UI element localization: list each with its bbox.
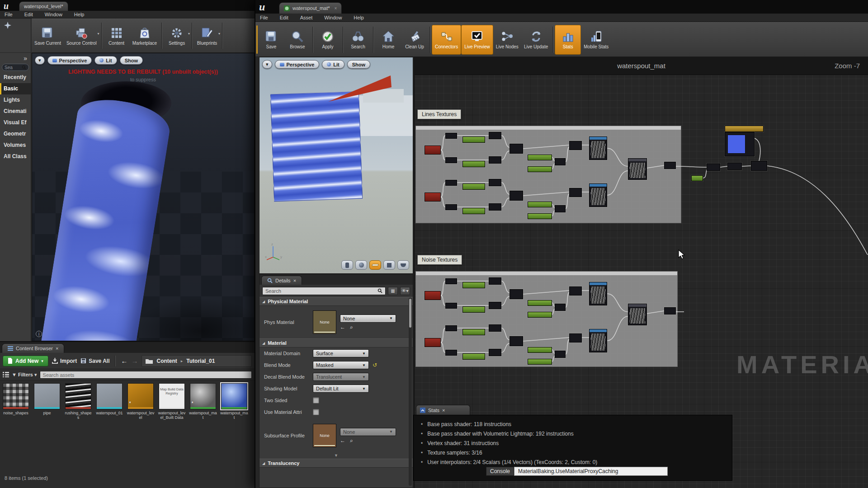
search-assets-input[interactable]: Search assets <box>40 371 252 379</box>
graph-node[interactable] <box>489 277 501 285</box>
viewport-options-dropdown[interactable]: ▾ <box>262 60 272 69</box>
menu-file[interactable]: File <box>5 12 13 17</box>
browse-asset-icon[interactable]: ⌕ <box>350 324 353 330</box>
graph-node[interactable] <box>528 213 552 219</box>
asset-rushing-shapes[interactable]: rushing_shapes <box>64 383 92 420</box>
graph-node[interactable] <box>589 282 607 305</box>
graph-node[interactable] <box>445 350 457 356</box>
graph-node[interactable] <box>462 329 485 335</box>
graph-node[interactable] <box>589 183 607 207</box>
info-icon[interactable]: i <box>36 331 42 337</box>
asset-thumbnail[interactable]: * <box>127 383 154 409</box>
graph-node[interactable] <box>509 289 523 299</box>
graph-node[interactable] <box>489 302 501 309</box>
lit-button[interactable]: Lit <box>94 56 117 65</box>
details-tab[interactable]: Details × <box>261 276 302 285</box>
blueprints-button[interactable]: Blueprints▾ <box>194 21 220 51</box>
comment-lines-textures[interactable]: Lines Textures <box>417 109 461 119</box>
graph-node[interactable] <box>589 136 607 160</box>
graph-node[interactable] <box>462 183 485 190</box>
use-selected-icon[interactable]: ← <box>340 437 345 444</box>
perspective-button[interactable]: Perspective <box>275 60 320 69</box>
subsurface-profile-thumbnail[interactable]: None <box>313 424 336 447</box>
use-material-attri-checkbox[interactable] <box>313 409 319 415</box>
asset-noise-shapes[interactable]: noise_shapes <box>2 383 30 420</box>
live-update-button[interactable]: Live Update <box>521 25 551 55</box>
graph-node[interactable] <box>569 141 582 150</box>
graph-node[interactable] <box>569 188 582 197</box>
asset-waterspout-mat[interactable]: *waterspout_mat <box>189 383 217 420</box>
material-preview-viewport[interactable]: ▾ Perspective Lit Show zxy <box>259 57 413 273</box>
graph-node[interactable] <box>489 203 501 211</box>
section-material[interactable]: ◢Material <box>259 338 413 347</box>
save-current-button[interactable]: Save Current <box>32 21 64 51</box>
forward-button[interactable]: → <box>131 357 138 365</box>
graph-node[interactable] <box>628 158 647 180</box>
menu-asset[interactable]: Asset <box>300 15 313 20</box>
graph-node[interactable] <box>555 158 566 165</box>
sources-toggle-icon[interactable] <box>3 372 9 377</box>
graph-node[interactable] <box>425 291 441 300</box>
category-basic[interactable]: Basic <box>0 83 31 94</box>
graph-node[interactable] <box>489 132 501 139</box>
menu-help[interactable]: Help <box>74 12 85 17</box>
settings-button[interactable]: Settings▾ <box>164 21 190 51</box>
breadcrumb-root[interactable]: Content <box>156 358 177 364</box>
graph-node[interactable] <box>555 205 566 212</box>
graph-node[interactable] <box>751 161 767 171</box>
menu-window[interactable]: Window <box>324 15 342 20</box>
expand-panel-button[interactable]: » <box>0 53 31 63</box>
graph-node[interactable] <box>569 286 582 296</box>
graph-node[interactable] <box>528 300 552 306</box>
apply-button[interactable]: Apply <box>315 25 341 55</box>
comment-noise-textures[interactable]: Noise Textures <box>417 255 462 265</box>
filters-button[interactable]: ▼ Filters ▾ <box>12 372 37 378</box>
stats-tab[interactable]: Stats × <box>416 405 470 415</box>
material-domain-combo[interactable]: Surface▼ <box>313 349 369 357</box>
graph-node[interactable] <box>462 306 485 313</box>
live-preview-button[interactable]: Live Preview <box>461 25 493 55</box>
asset-pipe[interactable]: pipe <box>33 383 61 420</box>
graph-node[interactable] <box>462 353 485 360</box>
graph-node[interactable] <box>445 180 457 186</box>
asset-thumbnail[interactable]: Map Build Data Registry <box>159 383 185 409</box>
browse-button[interactable]: Browse <box>284 25 311 55</box>
content-browser-tab[interactable]: Content Browser × <box>2 343 64 353</box>
graph-node[interactable] <box>528 166 552 172</box>
section-translucency[interactable]: ◢Translucency <box>259 459 413 468</box>
scroll-down-arrow[interactable]: ▼ <box>259 453 413 458</box>
perspective-button[interactable]: Perspective <box>47 56 92 65</box>
asset-thumbnail[interactable] <box>3 383 29 409</box>
graph-node[interactable] <box>509 144 523 154</box>
graph-node[interactable] <box>528 155 552 160</box>
graph-node[interactable] <box>569 333 582 343</box>
graph-node[interactable] <box>589 329 607 352</box>
menu-edit[interactable]: Edit <box>24 12 33 17</box>
show-button[interactable]: Show <box>347 60 370 69</box>
content-button[interactable]: Content <box>104 21 130 51</box>
graph-node[interactable] <box>664 307 676 314</box>
category-volumes[interactable]: Volumes <box>0 140 31 151</box>
source-control-button[interactable]: Source Control▾ <box>64 21 99 51</box>
asset-waterspout-01[interactable]: waterspout_01 <box>95 383 123 420</box>
graph-node[interactable] <box>509 191 523 201</box>
asset-thumbnail[interactable] <box>65 383 91 409</box>
console-input[interactable]: MaterialBaking.UseMaterialProxyCaching <box>514 467 668 476</box>
shape-cylinder-button[interactable] <box>341 260 353 270</box>
graph-node[interactable] <box>489 349 501 356</box>
add-new-button[interactable]: Add New▾ <box>3 356 48 366</box>
graph-node[interactable] <box>425 338 441 347</box>
graph-node[interactable] <box>528 347 552 353</box>
close-icon[interactable]: × <box>56 346 58 351</box>
graph-node[interactable] <box>528 202 552 207</box>
category-all-class[interactable]: All Class <box>0 151 31 162</box>
two-sided-checkbox[interactable] <box>313 397 319 404</box>
graph-node[interactable] <box>462 282 485 288</box>
details-search-input[interactable]: Search <box>262 287 386 295</box>
graph-node[interactable] <box>445 157 457 163</box>
shape-sphere-button[interactable] <box>355 260 367 270</box>
shape-cube-button[interactable] <box>383 260 395 270</box>
close-icon[interactable]: × <box>335 6 337 11</box>
asset-thumbnail[interactable] <box>221 383 247 409</box>
place-search-input[interactable]: Sea <box>2 64 29 71</box>
